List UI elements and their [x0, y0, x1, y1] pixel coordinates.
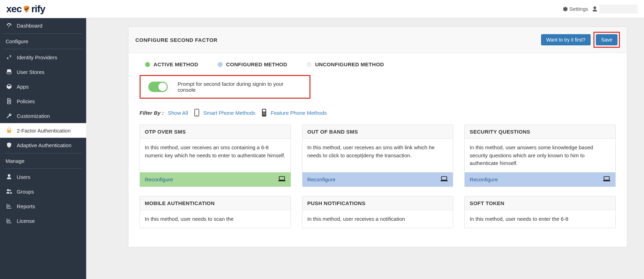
reconfigure-link[interactable]: Reconfigure	[307, 176, 336, 182]
svg-rect-14	[279, 176, 284, 180]
sidebar-divider	[4, 153, 82, 153]
sidebar-item-adaptive-authentication[interactable]: Adaptive Authentication	[0, 138, 86, 152]
card-footer: Reconfigure	[140, 172, 291, 187]
filter-row: Filter By : Show All Smart Phone Methods…	[140, 108, 616, 117]
save-highlight-box: Save	[593, 32, 620, 48]
cards-row-2: MOBILE AUTHENTICATIONIn this method, use…	[140, 196, 616, 228]
svg-rect-19	[603, 180, 610, 181]
card-body: In this method, user receives an sms con…	[140, 139, 291, 172]
settings-link[interactable]: Settings	[562, 6, 588, 12]
prompt-text: Prompt for second factor during signin t…	[178, 81, 302, 93]
reconfigure-link[interactable]: Reconfigure	[470, 176, 498, 182]
dot-configured-icon	[218, 62, 223, 67]
card-body: In this method, user needs to enter the …	[465, 210, 615, 228]
sidebar-divider	[4, 33, 82, 34]
svg-point-6	[264, 112, 264, 113]
sidebar-item-label: Policies	[17, 98, 35, 104]
prompt-toggle[interactable]	[148, 82, 168, 92]
sidebar-item-policies[interactable]: Policies	[0, 94, 86, 108]
svg-rect-4	[263, 110, 265, 112]
sidebar-section: Configure	[0, 35, 86, 48]
filter-show-all[interactable]: Show All	[168, 110, 188, 116]
svg-point-11	[263, 114, 264, 115]
card-header: SOFT TOKEN	[465, 196, 615, 210]
sidebar-item-license[interactable]: License	[0, 213, 86, 228]
dot-unconfigured-icon	[307, 62, 312, 67]
sidebar-item-label: Customization	[17, 113, 50, 119]
card-body: In this method, user receives an sms wit…	[302, 139, 453, 172]
sidebar-item-apps[interactable]: Apps	[0, 79, 86, 94]
svg-point-13	[265, 114, 265, 115]
card-footer: Reconfigure	[302, 172, 453, 187]
laptop-icon	[603, 176, 611, 183]
legend-unconfigured-label: UNCONFIGURED METHOD	[315, 61, 384, 67]
card-header: SECURITY QUESTIONS	[465, 125, 615, 139]
svg-rect-15	[278, 180, 285, 181]
sidebar-item-2-factor-authentication[interactable]: 2-Factor Authentication	[0, 123, 86, 138]
sidebar-item-dashboard[interactable]: Dashboard	[0, 18, 86, 33]
settings-label: Settings	[569, 6, 588, 12]
method-card: OUT OF BAND SMSIn this method, user rece…	[302, 125, 454, 187]
method-card: SOFT TOKENIn this method, user needs to …	[464, 196, 616, 228]
legend-active: ACTIVE METHOD	[145, 61, 198, 67]
try-it-button[interactable]: Want to try it first?	[541, 34, 591, 45]
svg-point-8	[263, 113, 264, 114]
configure-panel: CONFIGURE SECOND FACTOR Want to try it f…	[128, 27, 627, 247]
toggle-knob	[158, 83, 167, 91]
dot-active-icon	[145, 62, 150, 67]
panel-body: ACTIVE METHOD CONFIGURED METHOD UNCONFIG…	[128, 53, 627, 247]
save-button[interactable]: Save	[596, 34, 617, 45]
sidebar-item-label: 2-Factor Authentication	[17, 128, 70, 134]
sidebar-item-label: User Stores	[17, 69, 44, 75]
filter-smart-phone[interactable]: Smart Phone Methods	[203, 110, 255, 116]
exchange-icon	[6, 54, 13, 61]
svg-point-9	[264, 113, 264, 114]
filter-feature-phone[interactable]: Feature Phone Methods	[271, 110, 327, 116]
sidebar-item-label: Users	[17, 174, 30, 180]
svg-point-12	[264, 114, 264, 115]
main-content: CONFIGURE SECOND FACTOR Want to try it f…	[86, 18, 644, 256]
lock-icon	[6, 127, 13, 134]
sidebar-item-label: Dashboard	[17, 23, 42, 29]
database-icon	[6, 68, 13, 75]
laptop-icon	[440, 176, 448, 183]
sidebar-item-customization[interactable]: Customization	[0, 108, 86, 123]
smartphone-icon	[194, 108, 200, 117]
legend-active-label: ACTIVE METHOD	[153, 61, 198, 67]
card-header: OTP OVER SMS	[140, 125, 291, 139]
sidebar-item-groups[interactable]: Groups	[0, 184, 86, 199]
filter-label: Filter By :	[140, 110, 164, 116]
sidebar-item-label: Groups	[17, 189, 34, 195]
sidebar: DashboardConfigureIdentity ProvidersUser…	[0, 18, 86, 256]
brand-logo: xec rify	[6, 3, 45, 15]
user-icon	[6, 173, 13, 180]
sidebar-section: Manage	[0, 154, 86, 168]
method-card: PUSH NOTIFICATIONSIn this method, user r…	[302, 196, 454, 228]
method-card: MOBILE AUTHENTICATIONIn this method, use…	[140, 196, 291, 228]
dashboard-icon	[6, 22, 13, 29]
sidebar-item-user-stores[interactable]: User Stores	[0, 65, 86, 79]
logo-text-prefix: xec	[6, 3, 22, 15]
svg-point-5	[263, 112, 264, 113]
topbar: xec rify Settings	[0, 0, 644, 18]
reconfigure-link[interactable]: Reconfigure	[145, 176, 173, 182]
shield-icon	[6, 142, 13, 149]
sidebar-item-identity-providers[interactable]: Identity Providers	[0, 50, 86, 65]
legend-unconfigured: UNCONFIGURED METHOD	[307, 61, 384, 67]
sidebar-item-users[interactable]: Users	[0, 169, 86, 184]
sidebar-item-label: Adaptive Authentication	[17, 142, 72, 148]
card-body: In this method, user needs to scan the	[140, 210, 291, 228]
legend-configured: CONFIGURED METHOD	[218, 61, 287, 67]
card-body: In this method, user answers some knowle…	[465, 139, 615, 172]
chart-icon	[6, 217, 13, 224]
feature-phone-icon	[261, 108, 267, 117]
card-header: PUSH NOTIFICATIONS	[302, 196, 453, 210]
sidebar-item-label: Apps	[17, 84, 29, 90]
sidebar-divider	[4, 168, 82, 169]
method-legend: ACTIVE METHOD CONFIGURED METHOD UNCONFIG…	[145, 61, 616, 67]
sidebar-item-reports[interactable]: Reports	[0, 199, 86, 213]
logo-text-suffix: rify	[31, 3, 45, 15]
prompt-highlight-box: Prompt for second factor during signin t…	[140, 75, 310, 99]
user-menu[interactable]	[592, 5, 638, 14]
sidebar-item-label: Reports	[17, 203, 35, 209]
